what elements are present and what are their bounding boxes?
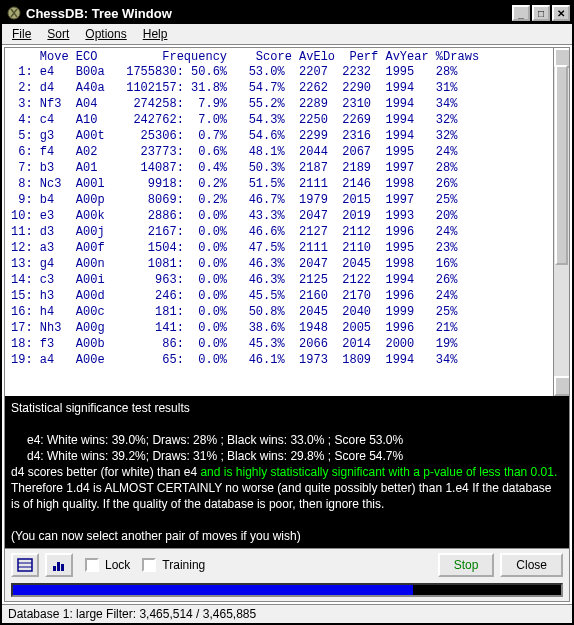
bar-chart-icon: [51, 558, 67, 572]
scrollbar-thumb[interactable]: [555, 65, 568, 265]
progress-area: [5, 581, 569, 601]
table-row[interactable]: 14: c3 A00i 963: 0.0% 46.3% 2125 2122 19…: [11, 272, 551, 288]
table-row[interactable]: 15: h3 A00d 246: 0.0% 45.5% 2160 2170 19…: [11, 288, 551, 304]
table-row[interactable]: 5: g3 A00t 25306: 0.7% 54.6% 2299 2316 1…: [11, 128, 551, 144]
menubar: File Sort Options Help: [2, 24, 572, 45]
app-icon: [6, 5, 22, 21]
svg-rect-5: [57, 562, 60, 571]
stats-hint: (You can now select another pair of move…: [11, 528, 563, 544]
table-row[interactable]: 10: e3 A00k 2886: 0.0% 43.3% 2047 2019 1…: [11, 208, 551, 224]
stats-significance: d4 scores better (for white) than e4 and…: [11, 464, 563, 480]
training-checkbox[interactable]: [142, 558, 156, 572]
table-row[interactable]: 11: d3 A00j 2167: 0.0% 46.6% 2127 2112 1…: [11, 224, 551, 240]
list-icon: [17, 558, 33, 572]
stats-heading: Statistical significance test results: [11, 400, 563, 416]
stats-conclusion: Therefore 1.d4 is ALMOST CERTAINLY no wo…: [11, 480, 563, 512]
training-label: Training: [162, 558, 205, 572]
minimize-button[interactable]: _: [512, 5, 530, 21]
stats-pane: Statistical significance test results e4…: [5, 396, 569, 548]
content-area: Move ECO Frequency Score AvElo Perf AvYe…: [4, 47, 570, 602]
list-view-button[interactable]: [11, 553, 39, 577]
table-row[interactable]: 12: a3 A00f 1504: 0.0% 47.5% 2111 2110 1…: [11, 240, 551, 256]
maximize-button[interactable]: □: [532, 5, 550, 21]
titlebar: ChessDB: Tree Window _ □ ✕: [2, 2, 572, 24]
svg-rect-1: [18, 559, 32, 571]
table-row[interactable]: 8: Nc3 A00l 9918: 0.2% 51.5% 2111 2146 1…: [11, 176, 551, 192]
menu-help[interactable]: Help: [143, 27, 168, 41]
close-button[interactable]: ✕: [552, 5, 570, 21]
lock-checkbox[interactable]: [85, 558, 99, 572]
table-row[interactable]: 3: Nf3 A04 274258: 7.9% 55.2% 2289 2310 …: [11, 96, 551, 112]
table-row[interactable]: 13: g4 A00n 1081: 0.0% 46.3% 2047 2045 1…: [11, 256, 551, 272]
progress-fill: [13, 585, 413, 595]
menu-options[interactable]: Options: [85, 27, 126, 41]
lock-label: Lock: [105, 558, 130, 572]
toolbar: Lock Training Stop Close: [5, 548, 569, 581]
table-row[interactable]: 4: c4 A10 242762: 7.0% 54.3% 2250 2269 1…: [11, 112, 551, 128]
progress-bar: [11, 583, 563, 597]
stop-button[interactable]: Stop: [438, 553, 495, 577]
close-panel-button[interactable]: Close: [500, 553, 563, 577]
column-headers: Move ECO Frequency Score AvElo Perf AvYe…: [11, 50, 551, 64]
table-row[interactable]: 1: e4 B00a 1755830: 50.6% 53.0% 2207 223…: [11, 64, 551, 80]
table-row[interactable]: 2: d4 A40a 1102157: 31.8% 54.7% 2262 229…: [11, 80, 551, 96]
table-row[interactable]: 7: b3 A01 14087: 0.4% 50.3% 2187 2189 19…: [11, 160, 551, 176]
table-row[interactable]: 19: a4 A00e 65: 0.0% 46.1% 1973 1809 199…: [11, 352, 551, 368]
window-title: ChessDB: Tree Window: [26, 6, 512, 21]
svg-rect-6: [61, 564, 64, 571]
menu-file[interactable]: File: [12, 27, 31, 41]
tree-pane: Move ECO Frequency Score AvElo Perf AvYe…: [5, 48, 569, 396]
menu-sort[interactable]: Sort: [47, 27, 69, 41]
stats-line-e4: e4: White wins: 39.0%; Draws: 28% ; Blac…: [11, 432, 563, 448]
table-row[interactable]: 9: b4 A00p 8069: 0.2% 46.7% 1979 2015 19…: [11, 192, 551, 208]
stats-line-d4: d4: White wins: 39.2%; Draws: 31% ; Blac…: [11, 448, 563, 464]
statusbar: Database 1: large Filter: 3,465,514 / 3,…: [2, 604, 572, 623]
table-row[interactable]: 18: f3 A00b 86: 0.0% 45.3% 2066 2014 200…: [11, 336, 551, 352]
tree-table[interactable]: Move ECO Frequency Score AvElo Perf AvYe…: [5, 48, 553, 396]
vertical-scrollbar[interactable]: [553, 48, 569, 396]
graph-view-button[interactable]: [45, 553, 73, 577]
table-row[interactable]: 16: h4 A00c 181: 0.0% 50.8% 2045 2040 19…: [11, 304, 551, 320]
table-row[interactable]: 6: f4 A02 23773: 0.6% 48.1% 2044 2067 19…: [11, 144, 551, 160]
table-row[interactable]: 17: Nh3 A00g 141: 0.0% 38.6% 1948 2005 1…: [11, 320, 551, 336]
svg-rect-4: [53, 566, 56, 571]
